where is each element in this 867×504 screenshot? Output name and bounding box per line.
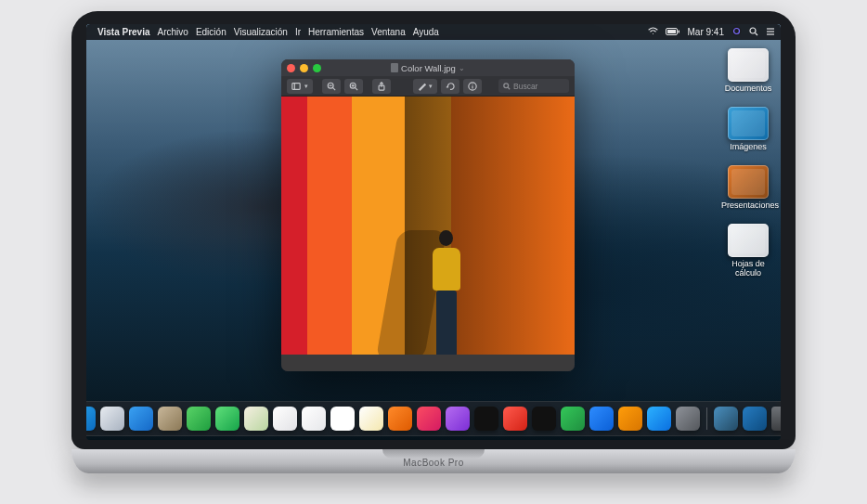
- menu-ayuda[interactable]: Ayuda: [413, 27, 439, 37]
- stack-label: Hojas de cálculo: [721, 260, 775, 278]
- dock-app-facetime[interactable]: [215, 407, 239, 431]
- svg-point-24: [504, 83, 509, 87]
- svg-line-13: [333, 87, 336, 90]
- dock-divider: [706, 407, 707, 430]
- stack-presentaciones[interactable]: Presentaciones: [721, 165, 775, 211]
- svg-point-23: [472, 84, 473, 84]
- dock-app-contacts[interactable]: [158, 407, 182, 431]
- macos-screen: Vista Previa Archivo Edición Visualizaci…: [86, 24, 781, 440]
- search-input[interactable]: Buscar: [498, 79, 569, 93]
- stack-thumb-icon: [728, 224, 769, 257]
- menu-herramientas[interactable]: Herramientas: [308, 27, 364, 37]
- dock-app-mail[interactable]: [129, 407, 153, 431]
- image-content: [281, 355, 575, 371]
- stack-documentos[interactable]: Documentos: [721, 48, 775, 94]
- dock-app-keynote[interactable]: [589, 407, 614, 431]
- menu-edicion[interactable]: Edición: [196, 27, 226, 37]
- dock-app-pages[interactable]: [618, 407, 642, 431]
- dock-app-notes[interactable]: [359, 407, 383, 431]
- preview-toolbar: ▾ ▾: [281, 76, 575, 97]
- wifi-icon[interactable]: [648, 27, 658, 37]
- zoom-in-button[interactable]: [344, 79, 363, 94]
- preview-window: Color Wall.jpg ⌄ ▾: [281, 59, 575, 371]
- menu-ventana[interactable]: Ventana: [371, 27, 406, 37]
- window-title: Color Wall.jpg: [401, 63, 456, 73]
- dock-app-numbers[interactable]: [561, 407, 585, 431]
- stack-label: Imágenes: [721, 143, 775, 152]
- share-button[interactable]: [372, 79, 391, 94]
- stack-imagenes[interactable]: Imágenes: [721, 107, 775, 152]
- siri-icon[interactable]: [731, 26, 742, 38]
- svg-rect-1: [667, 30, 676, 33]
- document-icon: [391, 63, 398, 72]
- window-titlebar[interactable]: Color Wall.jpg ⌄: [281, 59, 575, 76]
- dock-app-appstore[interactable]: [647, 407, 671, 431]
- dock-app-reminders[interactable]: [302, 407, 326, 431]
- sidebar-toggle-button[interactable]: ▾: [287, 79, 313, 94]
- image-viewport[interactable]: [281, 97, 575, 371]
- clock[interactable]: Mar 9:41: [688, 27, 724, 37]
- dock-app-photos[interactable]: [273, 407, 297, 431]
- svg-line-6: [756, 32, 758, 35]
- dock-app-maps[interactable]: [244, 407, 268, 431]
- dock-app-safari[interactable]: [100, 407, 124, 431]
- hardware-label: MacBook Pro: [71, 458, 796, 468]
- svg-line-16: [356, 87, 358, 90]
- stack-thumb-icon: [728, 48, 769, 82]
- dock-app-messages[interactable]: [187, 407, 211, 431]
- menu-ir[interactable]: Ir: [295, 27, 301, 37]
- svg-point-5: [750, 28, 756, 33]
- stack-label: Documentos: [721, 84, 775, 94]
- markup-button[interactable]: ▾: [413, 79, 437, 94]
- menu-visualizacion[interactable]: Visualización: [234, 27, 288, 37]
- zoom-out-button[interactable]: [322, 79, 341, 94]
- svg-rect-10: [292, 83, 300, 89]
- dock: [86, 401, 781, 436]
- notification-center-icon[interactable]: [766, 27, 775, 38]
- stack-label: Presentaciones: [721, 201, 775, 211]
- chevron-down-icon[interactable]: ⌄: [459, 64, 465, 72]
- dock-item-recentitem[interactable]: [743, 407, 767, 431]
- menubar: Vista Previa Archivo Edición Visualizaci…: [86, 24, 781, 40]
- spotlight-icon[interactable]: [749, 27, 758, 38]
- dock-app-news[interactable]: [503, 407, 527, 431]
- dock-app-calendar[interactable]: [330, 407, 355, 431]
- stack-thumb-icon: [728, 165, 769, 199]
- svg-rect-2: [678, 31, 679, 33]
- rotate-button[interactable]: [441, 79, 459, 94]
- dock-app-finder[interactable]: [86, 407, 96, 431]
- image-content: [422, 230, 471, 360]
- dock-trash[interactable]: [771, 407, 781, 431]
- desktop-stacks: Documentos Imágenes Presentaciones Hojas…: [721, 48, 775, 278]
- dock-item-downloads[interactable]: [714, 407, 738, 431]
- battery-icon[interactable]: [666, 27, 680, 37]
- app-menu[interactable]: Vista Previa: [97, 27, 150, 37]
- stack-hojas-calculo[interactable]: Hojas de cálculo: [721, 224, 775, 278]
- laptop-base: MacBook Pro: [71, 449, 796, 473]
- menu-archivo[interactable]: Archivo: [158, 27, 188, 37]
- search-placeholder: Buscar: [513, 82, 537, 91]
- stack-thumb-icon: [728, 107, 769, 140]
- dock-app-stocks[interactable]: [532, 407, 556, 431]
- dock-app-podcasts[interactable]: [446, 407, 470, 431]
- dock-app-books[interactable]: [388, 407, 412, 431]
- dock-app-tv[interactable]: [474, 407, 498, 431]
- dock-app-music[interactable]: [417, 407, 441, 431]
- dock-app-systemprefs[interactable]: [676, 407, 700, 431]
- svg-line-25: [508, 87, 510, 89]
- info-button[interactable]: [463, 79, 482, 94]
